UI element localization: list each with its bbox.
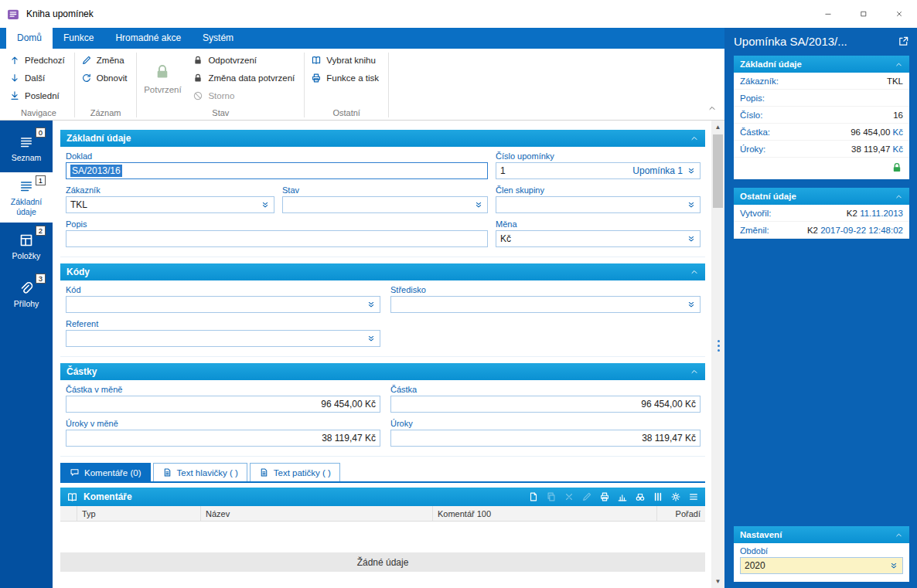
dropdown-icon[interactable]: [366, 334, 376, 343]
badge: 2: [36, 226, 46, 236]
tab-komentare[interactable]: Komentáře (0): [60, 463, 151, 481]
section-header-zakladni-udaje[interactable]: Základní údaje: [60, 130, 705, 147]
ribbon-group-stav: Potvrzení Odpotvrzení Změna data potvrze…: [137, 50, 304, 120]
dalsi-button[interactable]: Další: [6, 70, 71, 86]
column-header-nazev[interactable]: Název: [201, 506, 433, 521]
dropdown-icon[interactable]: [687, 234, 696, 243]
section-header-kody[interactable]: Kódy: [60, 263, 705, 280]
open-in-window-icon[interactable]: [898, 36, 909, 47]
settings-icon[interactable]: [670, 491, 681, 502]
tab-hromadne-akce[interactable]: Hromadné akce: [104, 28, 192, 49]
ribbon: Předchozí Další Poslední Navigace Změna …: [0, 49, 724, 121]
badge: 3: [36, 274, 46, 284]
uroky-v-mene-input[interactable]: 38 119,47 Kč: [66, 430, 380, 447]
maximize-button[interactable]: [846, 0, 881, 28]
collapse-chevron-icon[interactable]: [690, 134, 699, 143]
mena-input[interactable]: Kč: [496, 230, 701, 247]
field-label: Kód: [66, 285, 380, 294]
potvrzeni-button[interactable]: Potvrzení: [140, 52, 185, 105]
collapse-chevron-icon[interactable]: [895, 192, 903, 201]
dropdown-icon[interactable]: [687, 300, 696, 309]
tab-system[interactable]: Systém: [192, 28, 244, 49]
collapse-chevron-icon[interactable]: [895, 60, 903, 69]
uroky-input[interactable]: 38 119,47 Kč: [390, 430, 701, 447]
sidebar-item-zakladni-udaje[interactable]: 1 Základní údaje: [0, 172, 53, 223]
odpotvrzeni-button[interactable]: Odpotvrzení: [189, 52, 301, 68]
tab-text-hlavicky[interactable]: Text hlavičky ( ): [153, 463, 247, 481]
obdobi-input[interactable]: 2020: [740, 557, 903, 574]
tab-label: Text patičky ( ): [274, 468, 331, 478]
minimize-button[interactable]: [810, 0, 846, 28]
vertical-scrollbar[interactable]: ▲ ▼: [711, 121, 724, 588]
menu-icon[interactable]: [688, 491, 699, 502]
column-header-komentar[interactable]: Komentář 100: [433, 506, 657, 521]
dropdown-icon[interactable]: [474, 200, 483, 209]
funkce-a-tisk-button[interactable]: Funkce a tisk: [308, 70, 385, 86]
card-header-zakladni-udaje[interactable]: Základní údaje: [734, 56, 909, 73]
panel-splitter[interactable]: [718, 340, 720, 352]
new-document-icon[interactable]: [528, 491, 539, 502]
field-label: Člen skupiny: [496, 185, 701, 195]
dropdown-icon[interactable]: [687, 200, 696, 209]
columns-icon[interactable]: [653, 491, 663, 502]
clen-skupiny-input[interactable]: [496, 196, 701, 213]
stredisko-input[interactable]: [390, 296, 701, 313]
paperclip-icon: [19, 280, 34, 296]
predchozi-button[interactable]: Předchozí: [6, 52, 71, 68]
tab-funkce[interactable]: Funkce: [53, 28, 104, 49]
refresh-icon: [81, 73, 92, 83]
close-button[interactable]: [881, 0, 917, 28]
sidebar-item-label: Základní údaje: [2, 197, 51, 216]
kod-input[interactable]: [66, 296, 380, 313]
sidebar-item-prilohy[interactable]: 3 Přílohy: [0, 270, 53, 318]
zakaznik-input[interactable]: TKL: [66, 196, 274, 213]
ribbon-group-navigace: Předchozí Další Poslední Navigace: [3, 50, 74, 120]
dropdown-icon[interactable]: [889, 561, 898, 570]
funkce-a-tisk-label: Funkce a tisk: [326, 73, 379, 83]
print-icon[interactable]: [599, 491, 610, 502]
cislo-upominky-input[interactable]: 1 Upomínka 1: [496, 162, 701, 179]
tab-domu[interactable]: Domů: [6, 28, 53, 49]
tab-text-paticky[interactable]: Text patičky ( ): [250, 463, 340, 481]
printer-icon: [311, 73, 322, 83]
dropdown-icon[interactable]: [261, 200, 270, 209]
castka-v-mene-input[interactable]: 96 454,00 Kč: [66, 396, 380, 413]
card-header-ostatni-udaje[interactable]: Ostatní údaje: [734, 188, 909, 205]
popis-input[interactable]: [66, 230, 488, 247]
chart-icon[interactable]: [617, 491, 628, 502]
ribbon-group-ostatni: Vybrat knihu Funkce a tisk Ostatní: [305, 50, 388, 120]
collapse-chevron-icon[interactable]: [895, 531, 903, 539]
storno-label: Storno: [208, 91, 234, 100]
sidebar-item-polozky[interactable]: 2 Položky: [0, 223, 53, 270]
uroky-value: 38 119,47 Kč: [642, 433, 696, 444]
castka-input[interactable]: 96 454,00 Kč: [390, 396, 701, 413]
field-label: Zákazník: [66, 185, 274, 195]
doklad-input[interactable]: SA/2013/16: [66, 162, 488, 179]
sidebar-item-seznam[interactable]: 0 Seznam: [0, 124, 53, 172]
ribbon-collapse-button[interactable]: [707, 102, 717, 116]
column-header-poradi[interactable]: Pořadí: [657, 506, 705, 521]
tab-underline: [60, 481, 705, 483]
dropdown-icon[interactable]: [366, 300, 376, 309]
scroll-up-arrow[interactable]: ▲: [711, 121, 724, 134]
posledni-button[interactable]: Poslední: [6, 87, 71, 104]
stav-input[interactable]: [282, 196, 488, 213]
predchozi-label: Předchozí: [25, 56, 65, 65]
scrollbar-thumb[interactable]: [713, 134, 723, 208]
scroll-down-arrow[interactable]: ▼: [711, 575, 724, 588]
bottom-tab-bar: Komentáře (0) Text hlavičky ( ) Text pat…: [60, 463, 705, 481]
zmena-data-potvrzeni-button[interactable]: Změna data potvrzení: [189, 70, 301, 86]
column-header-typ[interactable]: Typ: [77, 506, 201, 521]
vybrat-knihu-button[interactable]: Vybrat knihu: [308, 52, 385, 68]
card-title: Nastavení: [740, 530, 782, 539]
section-header-castky[interactable]: Částky: [60, 363, 705, 380]
card-header-nastaveni[interactable]: Nastavení: [734, 526, 909, 543]
obnovit-button[interactable]: Obnovit: [78, 70, 134, 86]
collapse-chevron-icon[interactable]: [690, 367, 699, 376]
zmena-button[interactable]: Změna: [78, 52, 134, 68]
search-icon[interactable]: [635, 491, 646, 502]
odpotvrzeni-label: Odpotvrzení: [208, 56, 257, 65]
collapse-chevron-icon[interactable]: [690, 267, 699, 277]
dropdown-icon[interactable]: [687, 166, 696, 175]
referent-input[interactable]: [66, 330, 380, 347]
